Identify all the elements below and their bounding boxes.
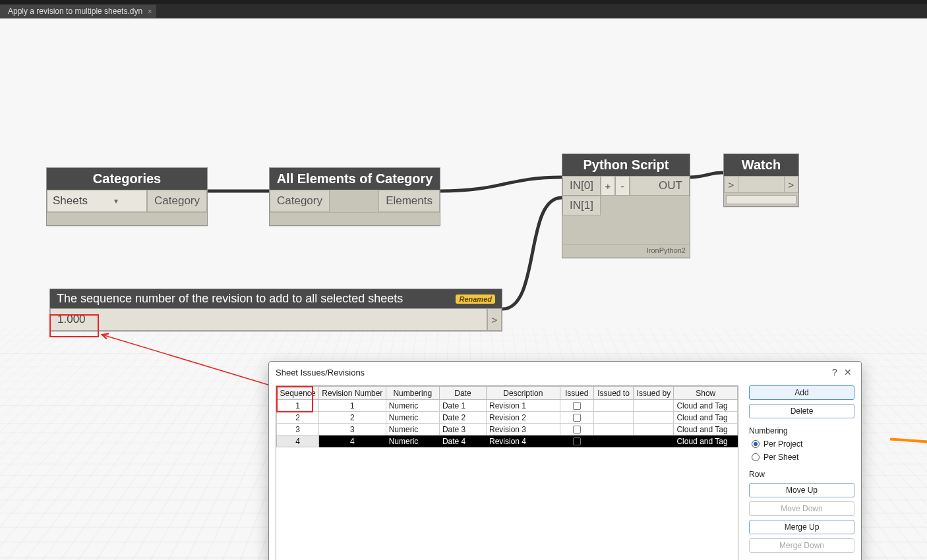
table-cell[interactable]: Numeric: [386, 424, 439, 435]
table-cell[interactable]: 2: [277, 412, 319, 424]
column-header[interactable]: Revision Number: [319, 387, 386, 400]
table-cell[interactable]: [593, 424, 634, 435]
node-all-elements[interactable]: All Elements of Category Category Elemen…: [269, 167, 440, 226]
table-cell[interactable]: 2: [319, 412, 386, 424]
table-row[interactable]: 22NumericDate 2Revision 2Cloud and Tag: [277, 412, 738, 424]
table-cell[interactable]: Revision 3: [487, 424, 560, 435]
add-button[interactable]: Add: [749, 385, 854, 400]
table-cell[interactable]: Cloud and Tag: [674, 424, 738, 435]
issued-checkbox[interactable]: [573, 437, 581, 445]
table-cell[interactable]: [593, 435, 634, 447]
table-cell[interactable]: Date 1: [439, 400, 486, 412]
column-header[interactable]: Show: [674, 387, 738, 400]
revisions-table[interactable]: SequenceRevision NumberNumberingDateDesc…: [276, 385, 738, 560]
table-cell[interactable]: 4: [319, 435, 386, 447]
number-input[interactable]: 1.000: [50, 308, 487, 331]
column-header[interactable]: Description: [487, 387, 560, 400]
table-cell[interactable]: 1: [319, 400, 386, 412]
table-cell[interactable]: [634, 424, 674, 435]
table-cell[interactable]: 4: [277, 435, 319, 447]
table-cell[interactable]: Date 4: [439, 435, 486, 447]
table-cell[interactable]: Cloud and Tag: [674, 435, 738, 447]
table-cell[interactable]: 3: [319, 424, 386, 435]
table-cell[interactable]: Numeric: [386, 400, 439, 412]
table-cell[interactable]: 1: [277, 400, 319, 412]
port-in1[interactable]: IN[1]: [562, 196, 601, 215]
port-category-in[interactable]: Category: [270, 190, 330, 212]
table-row[interactable]: 44NumericDate 4Revision 4Cloud and Tag: [277, 435, 738, 447]
issued-checkbox[interactable]: [573, 426, 581, 434]
delete-button[interactable]: Delete: [749, 404, 854, 418]
per-sheet-radio[interactable]: Per Sheet: [749, 453, 854, 462]
node-python-script[interactable]: Python Script IN[0] + - OUT IN[1] IronPy…: [562, 154, 690, 258]
categories-dropdown[interactable]: Sheets ▾: [47, 190, 147, 212]
table-cell[interactable]: [560, 412, 593, 424]
column-header[interactable]: Date: [439, 387, 486, 400]
table-cell[interactable]: [634, 435, 674, 447]
sheet-issues-revisions-dialog: Sheet Issues/Revisions ? ✕ SequenceRevis…: [268, 361, 862, 560]
column-header[interactable]: Numbering: [386, 387, 439, 400]
table-cell[interactable]: Cloud and Tag: [674, 400, 738, 412]
port-seq-out[interactable]: >: [487, 308, 502, 331]
node-title: Python Script: [562, 154, 690, 176]
column-header[interactable]: Sequence: [277, 387, 319, 400]
add-input-button[interactable]: +: [601, 176, 615, 196]
move-up-button[interactable]: Move Up: [749, 483, 854, 497]
node-watch[interactable]: Watch > >: [723, 154, 799, 207]
table-cell[interactable]: Revision 2: [487, 412, 560, 424]
watch-scrollbar[interactable]: [726, 195, 796, 204]
dialog-title: Sheet Issues/Revisions: [276, 368, 365, 378]
table-cell[interactable]: Revision 4: [487, 435, 560, 447]
node-title: The sequence number of the revision to a…: [57, 292, 449, 306]
port-in0[interactable]: IN[0]: [562, 176, 601, 196]
table-cell[interactable]: [560, 435, 593, 447]
numbering-label: Numbering: [749, 426, 854, 435]
close-icon[interactable]: ×: [148, 7, 152, 15]
port-out[interactable]: OUT: [630, 176, 690, 196]
node-categories[interactable]: Categories Sheets ▾ Category: [46, 167, 208, 226]
close-button[interactable]: ✕: [841, 367, 854, 378]
port-elements-out[interactable]: Elements: [378, 190, 440, 212]
table-row[interactable]: 33NumericDate 3Revision 3Cloud and Tag: [277, 424, 738, 435]
radio-icon: [752, 453, 760, 461]
table-cell[interactable]: [560, 424, 593, 435]
table-cell[interactable]: Numeric: [386, 435, 439, 447]
table-cell[interactable]: [634, 412, 674, 424]
port-watch-out[interactable]: >: [784, 176, 798, 193]
table-cell[interactable]: [593, 400, 634, 412]
table-cell[interactable]: [593, 412, 634, 424]
node-title: All Elements of Category: [270, 168, 440, 190]
remove-input-button[interactable]: -: [615, 176, 630, 196]
help-button[interactable]: ?: [828, 367, 841, 378]
radio-icon: [752, 440, 760, 448]
port-watch-in[interactable]: >: [724, 176, 738, 193]
per-project-radio[interactable]: Per Project: [749, 439, 854, 449]
column-header[interactable]: Issued: [560, 387, 593, 400]
table-cell[interactable]: Date 2: [439, 412, 486, 424]
merge-up-button[interactable]: Merge Up: [749, 520, 854, 534]
graph-canvas[interactable]: Categories Sheets ▾ Category All Element…: [0, 18, 927, 560]
row-label: Row: [749, 470, 854, 479]
table-cell[interactable]: [634, 400, 674, 412]
table-cell[interactable]: Date 3: [439, 424, 486, 435]
node-sequence-number[interactable]: The sequence number of the revision to a…: [49, 289, 502, 331]
node-title: Watch: [724, 154, 798, 176]
merge-down-button[interactable]: Merge Down: [749, 538, 854, 553]
table-cell[interactable]: Cloud and Tag: [674, 412, 738, 424]
table-cell[interactable]: 3: [277, 424, 319, 435]
port-category-out[interactable]: Category: [147, 190, 207, 212]
column-header[interactable]: Issued to: [593, 387, 634, 400]
tab-bar: Apply a revision to multiple sheets.dyn …: [0, 4, 927, 18]
table-cell[interactable]: [560, 400, 593, 412]
chevron-down-icon: ▾: [114, 196, 118, 206]
file-tab[interactable]: Apply a revision to multiple sheets.dyn …: [0, 5, 156, 18]
node-footer: [270, 212, 440, 225]
column-header[interactable]: Issued by: [634, 387, 674, 400]
table-cell[interactable]: Revision 1: [487, 400, 560, 412]
issued-checkbox[interactable]: [573, 414, 581, 422]
table-cell[interactable]: Numeric: [386, 412, 439, 424]
number-value: 1.000: [57, 313, 86, 326]
move-down-button[interactable]: Move Down: [749, 501, 854, 516]
issued-checkbox[interactable]: [573, 402, 581, 410]
table-row[interactable]: 11NumericDate 1Revision 1Cloud and Tag: [277, 400, 738, 412]
